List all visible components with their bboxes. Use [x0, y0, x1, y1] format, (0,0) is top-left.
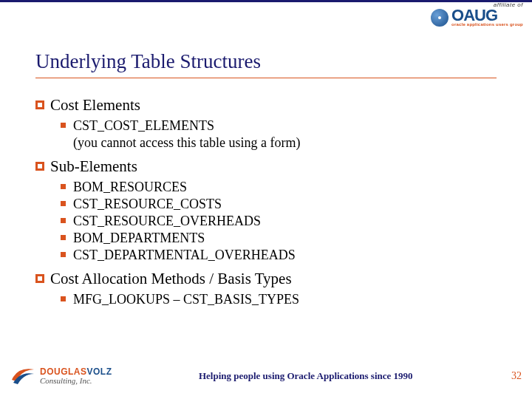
slide-title: Underlying Table Structures	[35, 50, 497, 73]
dv-logo: DOUGLASVOLZ Consulting, Inc.	[10, 364, 112, 389]
square-bullet-icon	[61, 123, 66, 128]
hollow-square-icon	[35, 100, 44, 109]
title-underline	[35, 78, 497, 78]
square-bullet-icon	[61, 218, 66, 223]
section-heading: Cost Elements	[35, 96, 497, 115]
globe-icon	[431, 9, 449, 27]
section-heading: Cost Allocation Methods / Basis Types	[35, 270, 497, 288]
affiliate-block: affiliate of OAUG oracle applications us…	[431, 1, 523, 27]
square-bullet-icon	[61, 184, 66, 189]
list-item: CST_RESOURCE_OVERHEADS	[61, 213, 497, 230]
item-paren: (you cannot access this table using a fo…	[73, 134, 300, 151]
slide: affiliate of OAUG oracle applications us…	[0, 0, 532, 399]
list-item: CST_COST_ELEMENTS (you cannot access thi…	[61, 117, 497, 151]
dv-first: DOUGLAS	[40, 366, 87, 377]
list-item: BOM_DEPARTMENTS	[61, 230, 497, 247]
item-text: MFG_LOOKUPS – CST_BASIS_TYPES	[73, 291, 299, 308]
list-item: CST_RESOURCE_COSTS	[61, 196, 497, 213]
item-text: BOM_RESOURCES	[73, 179, 187, 196]
swoosh-icon	[10, 364, 35, 389]
sub-list: MFG_LOOKUPS – CST_BASIS_TYPES	[61, 291, 497, 308]
hollow-square-icon	[35, 162, 44, 171]
square-bullet-icon	[61, 201, 66, 206]
page-number: 32	[499, 370, 522, 382]
item-text: CST_COST_ELEMENTS (you cannot access thi…	[73, 117, 300, 151]
oaug-text: OAUG	[451, 8, 523, 23]
heading-text: Cost Elements	[50, 96, 140, 115]
dv-last: VOLZ	[87, 366, 112, 377]
dv-sub: Consulting, Inc.	[40, 377, 112, 386]
item-text: BOM_DEPARTMENTS	[73, 230, 205, 247]
heading-text: Cost Allocation Methods / Basis Types	[50, 270, 292, 288]
item-text: CST_RESOURCE_OVERHEADS	[73, 213, 261, 230]
body: Cost Elements CST_COST_ELEMENTS (you can…	[35, 96, 497, 311]
item-main: CST_COST_ELEMENTS	[73, 118, 214, 133]
section-heading: Sub-Elements	[35, 157, 497, 176]
heading-text: Sub-Elements	[50, 157, 137, 176]
title-block: Underlying Table Structures	[35, 50, 497, 78]
affiliate-label: affiliate of	[494, 1, 523, 8]
footer-tagline: Helping people using Oracle Applications…	[112, 370, 500, 382]
square-bullet-icon	[61, 252, 66, 257]
oaug-subtext: oracle applications users group	[451, 23, 523, 27]
sub-list: BOM_RESOURCES CST_RESOURCE_COSTS CST_RES…	[61, 179, 497, 264]
sub-list: CST_COST_ELEMENTS (you cannot access thi…	[61, 117, 497, 151]
item-text: CST_DEPARTMENTAL_OVERHEADS	[73, 247, 296, 264]
list-item: BOM_RESOURCES	[61, 179, 497, 196]
item-text: CST_RESOURCE_COSTS	[73, 196, 222, 213]
square-bullet-icon	[61, 235, 66, 240]
oaug-logo: OAUG oracle applications users group	[431, 8, 523, 27]
list-item: CST_DEPARTMENTAL_OVERHEADS	[61, 247, 497, 264]
hollow-square-icon	[35, 274, 44, 283]
dv-name: DOUGLASVOLZ	[40, 367, 112, 377]
square-bullet-icon	[61, 296, 66, 301]
list-item: MFG_LOOKUPS – CST_BASIS_TYPES	[61, 291, 497, 308]
footer: DOUGLASVOLZ Consulting, Inc. Helping peo…	[10, 364, 522, 389]
